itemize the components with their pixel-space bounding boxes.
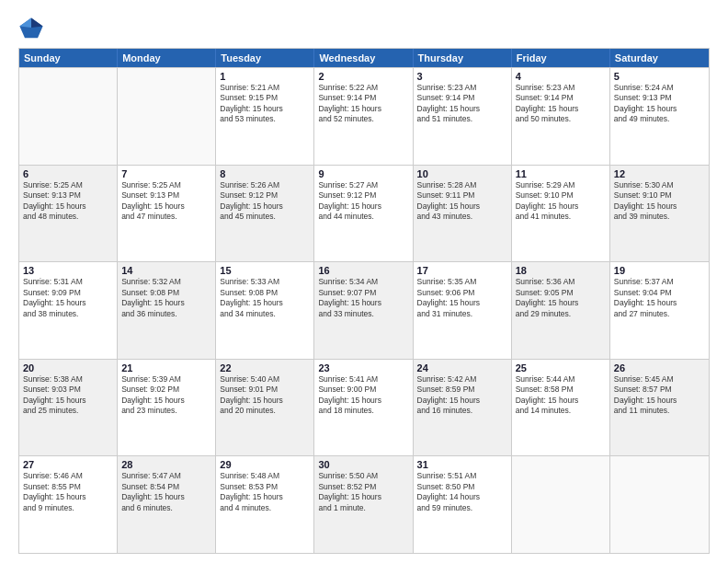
logo: [18, 15, 48, 40]
day-number: 18: [516, 265, 606, 276]
day-number: 26: [614, 362, 705, 373]
cell-info-line: Sunset: 9:13 PM: [614, 93, 705, 103]
cell-info-line: Sunrise: 5:30 AM: [614, 180, 705, 190]
cal-cell: [19, 68, 118, 165]
cal-cell: [512, 456, 610, 553]
cell-info-line: Daylight: 15 hours: [318, 298, 408, 308]
cell-info-line: Sunset: 9:13 PM: [121, 190, 211, 201]
cell-info-line: Sunrise: 5:47 AM: [121, 471, 211, 481]
cell-info-line: and 11 minutes.: [614, 406, 705, 416]
cell-info-line: Sunrise: 5:25 AM: [23, 180, 113, 190]
calendar: SundayMondayTuesdayWednesdayThursdayFrid…: [18, 48, 710, 554]
cell-info-line: Sunrise: 5:22 AM: [318, 83, 408, 93]
cell-info-line: and 41 minutes.: [516, 212, 606, 222]
cal-cell: 2Sunrise: 5:22 AMSunset: 9:14 PMDaylight…: [314, 68, 413, 165]
cell-info-line: and 9 minutes.: [23, 503, 113, 513]
day-number: 17: [417, 265, 507, 276]
cell-info-line: Daylight: 15 hours: [121, 396, 211, 406]
cell-info-line: Daylight: 15 hours: [614, 298, 705, 308]
day-number: 23: [318, 362, 408, 373]
cell-info-line: Sunset: 9:02 PM: [121, 385, 211, 395]
cell-info-line: Daylight: 15 hours: [516, 104, 606, 114]
cell-info-line: and 6 minutes.: [121, 503, 211, 513]
cell-info-line: and 44 minutes.: [318, 212, 408, 222]
cell-info-line: Daylight: 14 hours: [417, 492, 507, 502]
cell-info-line: and 45 minutes.: [220, 212, 310, 222]
cell-info-line: and 27 minutes.: [614, 309, 705, 319]
weekday-header-thursday: Thursday: [414, 49, 512, 67]
logo-icon: [18, 15, 44, 40]
cal-cell: 21Sunrise: 5:39 AMSunset: 9:02 PMDayligh…: [118, 360, 216, 456]
cal-cell: 13Sunrise: 5:31 AMSunset: 9:09 PMDayligh…: [19, 262, 118, 359]
cal-cell: 15Sunrise: 5:33 AMSunset: 9:08 PMDayligh…: [216, 262, 314, 359]
cell-info-line: Sunrise: 5:42 AM: [417, 374, 507, 385]
cell-info-line: and 48 minutes.: [23, 212, 113, 222]
cell-info-line: Daylight: 15 hours: [417, 104, 507, 114]
cell-info-line: Daylight: 15 hours: [417, 201, 507, 212]
cell-info-line: Daylight: 15 hours: [121, 492, 211, 502]
cell-info-line: Sunset: 9:08 PM: [121, 288, 211, 298]
cal-cell: 27Sunrise: 5:46 AMSunset: 8:55 PMDayligh…: [19, 456, 118, 553]
cell-info-line: Sunrise: 5:31 AM: [23, 277, 113, 287]
cell-info-line: and 39 minutes.: [614, 212, 705, 222]
cell-info-line: Sunrise: 5:37 AM: [614, 277, 705, 287]
week-row-1: 1Sunrise: 5:21 AMSunset: 9:15 PMDaylight…: [19, 67, 709, 165]
cell-info-line: and 47 minutes.: [121, 212, 211, 222]
cell-info-line: and 33 minutes.: [318, 309, 408, 319]
cell-info-line: Daylight: 15 hours: [417, 298, 507, 308]
cell-info-line: Sunrise: 5:48 AM: [220, 471, 310, 481]
week-row-2: 6Sunrise: 5:25 AMSunset: 9:13 PMDaylight…: [19, 165, 709, 262]
cell-info-line: Daylight: 15 hours: [614, 104, 705, 114]
cal-cell: 3Sunrise: 5:23 AMSunset: 9:14 PMDaylight…: [414, 68, 512, 165]
calendar-body: 1Sunrise: 5:21 AMSunset: 9:15 PMDaylight…: [19, 67, 709, 553]
cal-cell: 9Sunrise: 5:27 AMSunset: 9:12 PMDaylight…: [314, 166, 413, 262]
cal-cell: 17Sunrise: 5:35 AMSunset: 9:06 PMDayligh…: [414, 262, 512, 359]
day-number: 24: [417, 362, 507, 373]
cal-cell: 19Sunrise: 5:37 AMSunset: 9:04 PMDayligh…: [610, 262, 709, 359]
cell-info-line: and 51 minutes.: [417, 114, 507, 124]
cell-info-line: Sunrise: 5:46 AM: [23, 471, 113, 481]
cell-info-line: and 59 minutes.: [417, 503, 507, 513]
weekday-header-friday: Friday: [512, 49, 610, 67]
cal-cell: [118, 68, 216, 165]
page: SundayMondayTuesdayWednesdayThursdayFrid…: [0, 0, 728, 563]
cell-info-line: Sunset: 8:52 PM: [318, 482, 408, 492]
cell-info-line: Sunrise: 5:27 AM: [318, 180, 408, 190]
cell-info-line: Daylight: 15 hours: [318, 201, 408, 212]
cell-info-line: Sunset: 9:09 PM: [23, 288, 113, 298]
cal-cell: 8Sunrise: 5:26 AMSunset: 9:12 PMDaylight…: [216, 166, 314, 262]
cal-cell: 25Sunrise: 5:44 AMSunset: 8:58 PMDayligh…: [512, 360, 610, 456]
cell-info-line: and 20 minutes.: [220, 406, 310, 416]
week-row-3: 13Sunrise: 5:31 AMSunset: 9:09 PMDayligh…: [19, 261, 709, 359]
cal-cell: 6Sunrise: 5:25 AMSunset: 9:13 PMDaylight…: [19, 166, 118, 262]
cell-info-line: Sunrise: 5:23 AM: [417, 83, 507, 93]
header: [18, 15, 710, 40]
cell-info-line: and 23 minutes.: [121, 406, 211, 416]
cal-cell: 23Sunrise: 5:41 AMSunset: 9:00 PMDayligh…: [314, 360, 413, 456]
cell-info-line: Daylight: 15 hours: [318, 104, 408, 114]
cell-info-line: Daylight: 15 hours: [318, 492, 408, 502]
cal-cell: 28Sunrise: 5:47 AMSunset: 8:54 PMDayligh…: [118, 456, 216, 553]
cal-cell: 11Sunrise: 5:29 AMSunset: 9:10 PMDayligh…: [512, 166, 610, 262]
cal-cell: [610, 456, 709, 553]
cal-cell: 12Sunrise: 5:30 AMSunset: 9:10 PMDayligh…: [610, 166, 709, 262]
cell-info-line: Daylight: 15 hours: [318, 396, 408, 406]
week-row-4: 20Sunrise: 5:38 AMSunset: 9:03 PMDayligh…: [19, 359, 709, 456]
day-number: 28: [121, 459, 211, 470]
cell-info-line: and 18 minutes.: [318, 406, 408, 416]
cal-cell: 10Sunrise: 5:28 AMSunset: 9:11 PMDayligh…: [414, 166, 512, 262]
cell-info-line: Sunset: 8:55 PM: [23, 482, 113, 492]
cell-info-line: Daylight: 15 hours: [516, 396, 606, 406]
cell-info-line: Sunrise: 5:41 AM: [318, 374, 408, 385]
cell-info-line: Sunset: 8:58 PM: [516, 385, 606, 395]
cell-info-line: Sunset: 9:12 PM: [318, 190, 408, 201]
day-number: 4: [516, 71, 606, 82]
cell-info-line: Daylight: 15 hours: [23, 201, 113, 212]
cell-info-line: Sunset: 9:08 PM: [220, 288, 310, 298]
cell-info-line: Sunset: 9:01 PM: [220, 385, 310, 395]
cell-info-line: Sunrise: 5:34 AM: [318, 277, 408, 287]
day-number: 10: [417, 168, 507, 179]
day-number: 13: [23, 265, 113, 276]
cell-info-line: Sunset: 9:13 PM: [23, 190, 113, 201]
day-number: 12: [614, 168, 705, 179]
